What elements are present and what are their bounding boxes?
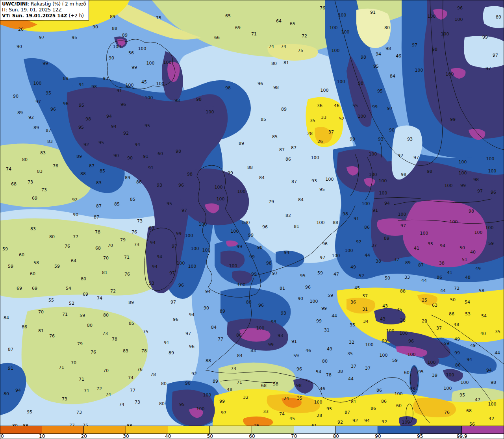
map-value-label: 100 bbox=[217, 197, 225, 201]
map-value-label: 98 bbox=[473, 178, 479, 182]
map-value-label: 89 bbox=[496, 15, 501, 19]
map-value-label: 74 bbox=[128, 376, 133, 380]
map-value-label: 100 bbox=[450, 220, 458, 224]
map-value-label: 64 bbox=[71, 259, 76, 263]
map-value-label: 88 bbox=[333, 220, 338, 225]
map-value-label: 94 bbox=[376, 52, 381, 56]
map-value-label: 78 bbox=[326, 373, 332, 377]
map-value-label: 80 bbox=[271, 61, 277, 66]
map-value-label: 32 bbox=[243, 395, 248, 400]
map-value-label: 98 bbox=[85, 117, 91, 121]
map-value-label: 88 bbox=[206, 359, 211, 363]
map-value-label: 73 bbox=[135, 400, 140, 404]
colorbar-segments bbox=[0, 426, 504, 434]
map-value-label: 96 bbox=[258, 82, 263, 86]
map-value-label: 86 bbox=[364, 225, 370, 230]
map-value-label: 86 bbox=[371, 406, 376, 411]
map-value-label: 77 bbox=[130, 388, 135, 393]
map-value-label: 81 bbox=[102, 270, 107, 275]
map-value-label: 100 bbox=[33, 81, 42, 85]
map-value-label: 99 bbox=[219, 399, 225, 404]
valid-time: VT: Sun. 19.01.2025 14Z bbox=[2, 13, 67, 19]
map-value-label: 35 bbox=[495, 330, 500, 334]
map-value-label: 72 bbox=[302, 34, 307, 38]
map-value-label: 44 bbox=[332, 314, 337, 318]
map-value-label: 83 bbox=[123, 349, 128, 353]
map-value-label: 93 bbox=[311, 179, 317, 183]
colorbar-tick: 70 bbox=[291, 434, 297, 439]
map-value-label: 80 bbox=[159, 402, 165, 406]
map-value-label: 82 bbox=[285, 213, 291, 218]
map-value-label: 93 bbox=[410, 387, 415, 391]
map-value-label: 92 bbox=[337, 420, 343, 424]
map-value-label: 96 bbox=[120, 102, 126, 107]
map-value-label: 94 bbox=[106, 114, 112, 119]
map-value-label: 74 bbox=[281, 44, 286, 49]
map-value-label: 97 bbox=[170, 300, 176, 304]
colorbar-segment bbox=[210, 426, 252, 433]
map-value-label: 98 bbox=[401, 172, 406, 177]
map-value-label: 94 bbox=[15, 388, 21, 393]
map-value-label: 37 bbox=[436, 326, 442, 330]
map-value-label: 100 bbox=[330, 26, 338, 30]
map-value-label: 100 bbox=[415, 68, 423, 72]
map-value-label: 100 bbox=[215, 185, 223, 189]
map-value-label: 41 bbox=[414, 246, 419, 250]
map-value-label: 100 bbox=[338, 13, 346, 17]
map-value-label: 100 bbox=[365, 343, 374, 347]
map-value-label: 87 bbox=[8, 347, 13, 352]
colorbar-tick: 80 bbox=[333, 434, 339, 439]
map-value-label: 75 bbox=[156, 16, 161, 20]
map-value-label: 71 bbox=[79, 377, 84, 382]
map-value-label: 88 bbox=[246, 300, 252, 304]
map-value-label: 79 bbox=[120, 238, 126, 242]
map-value-label: 76 bbox=[91, 350, 96, 354]
map-value-label: 44 bbox=[421, 278, 427, 283]
map-value-label: 100 bbox=[459, 171, 467, 175]
map-value-label: 99 bbox=[248, 233, 254, 237]
map-value-label: 87 bbox=[291, 146, 296, 150]
map-value-label: 78 bbox=[141, 349, 147, 353]
map-value-label: 36 bbox=[317, 104, 322, 108]
map-value-label: 100 bbox=[145, 96, 153, 100]
map-value-label: 89 bbox=[17, 111, 23, 115]
colorbar-segment bbox=[336, 426, 378, 433]
map-value-label: 76 bbox=[124, 272, 130, 276]
map-value-label: 60 bbox=[19, 253, 24, 257]
map-value-label: 89 bbox=[220, 309, 225, 313]
map-value-label: 100 bbox=[196, 407, 205, 411]
map-value-label: 68 bbox=[95, 246, 101, 250]
map-value-label: 98 bbox=[469, 209, 474, 213]
map-value-label: 94 bbox=[440, 244, 445, 248]
model-name: UWC/DINI bbox=[2, 1, 28, 7]
map-value-label: 93 bbox=[281, 311, 286, 315]
map-value-label: 100 bbox=[191, 246, 199, 251]
map-value-label: 90 bbox=[127, 156, 133, 160]
map-value-label: 95 bbox=[179, 402, 185, 407]
map-value-label: 91 bbox=[79, 83, 84, 87]
map-value-label: 49 bbox=[475, 267, 481, 271]
map-value-label: 74 bbox=[269, 44, 274, 49]
map-value-label: 71 bbox=[237, 380, 242, 385]
map-value-label: 72 bbox=[96, 387, 102, 391]
map-value-label: 100 bbox=[206, 110, 214, 114]
map-value-label: 81 bbox=[284, 61, 289, 65]
map-value-label: 87 bbox=[46, 128, 51, 133]
map-value-label: 26 bbox=[317, 139, 323, 144]
map-value-label: 83 bbox=[37, 169, 43, 174]
map-value-label: 98 bbox=[91, 85, 97, 89]
map-value-label: 50 bbox=[385, 276, 390, 280]
map-value-label: 100 bbox=[163, 60, 172, 65]
map-value-label: 92 bbox=[123, 131, 129, 135]
map-value-label: 100 bbox=[441, 32, 449, 36]
map-value-label: 41 bbox=[447, 270, 452, 275]
map-value-label: 95 bbox=[300, 274, 306, 278]
map-value-label: 70 bbox=[71, 361, 76, 365]
map-value-label: 98 bbox=[343, 212, 348, 216]
map-value-label: 47 bbox=[334, 272, 339, 276]
map-value-label: 97 bbox=[169, 271, 175, 275]
map-value-label: 73 bbox=[231, 367, 236, 371]
map-value-label: 98 bbox=[432, 47, 437, 52]
map-value-label: 53 bbox=[465, 312, 471, 316]
map-value-label: 100 bbox=[369, 152, 377, 156]
